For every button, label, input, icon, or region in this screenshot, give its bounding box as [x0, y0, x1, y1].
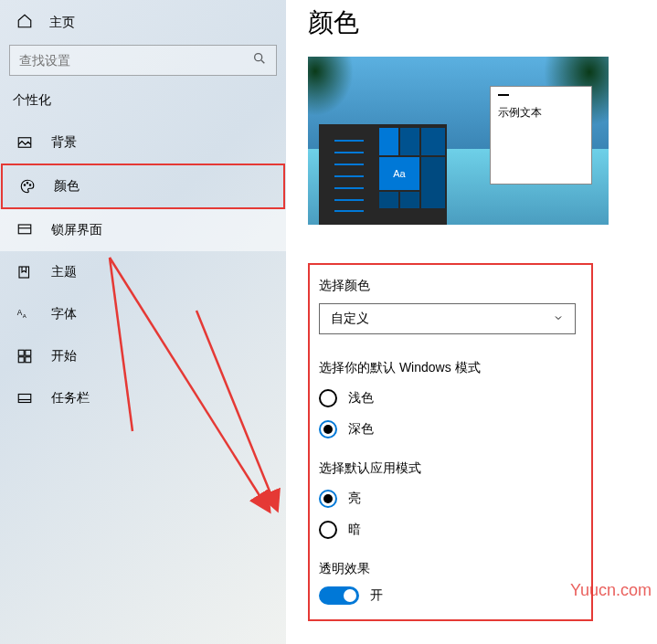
svg-line-1	[261, 60, 264, 63]
svg-rect-15	[18, 395, 31, 403]
chevron-down-icon	[553, 311, 564, 326]
page-title: 颜色	[308, 0, 657, 57]
start-icon	[16, 348, 33, 364]
radio-icon	[319, 420, 337, 438]
app-mode-label: 选择默认应用模式	[319, 460, 582, 477]
sidebar-item-taskbar[interactable]: 任务栏	[0, 377, 286, 419]
svg-rect-13	[18, 357, 24, 363]
transparency-toggle[interactable]	[319, 586, 359, 605]
sidebar-item-label: 开始	[51, 348, 77, 364]
sidebar-item-label: 颜色	[54, 178, 79, 195]
sidebar: 主页 个性化 背景 颜色 锁屏界面 主题 AA	[0, 0, 286, 644]
tile-label: Aa	[379, 157, 419, 190]
windows-mode-label: 选择你的默认 Windows 模式	[319, 360, 582, 376]
svg-point-5	[29, 185, 31, 186]
home-label: 主页	[49, 15, 75, 31]
color-mode-dropdown[interactable]: 自定义	[319, 303, 576, 334]
sidebar-item-label: 主题	[51, 264, 77, 280]
radio-label: 浅色	[348, 390, 374, 406]
sidebar-item-label: 任务栏	[51, 390, 90, 406]
home-icon	[16, 13, 33, 32]
sidebar-item-start[interactable]: 开始	[0, 335, 286, 377]
svg-point-0	[255, 54, 262, 61]
home-link[interactable]: 主页	[0, 0, 286, 45]
svg-rect-11	[18, 350, 24, 355]
dropdown-value: 自定义	[331, 311, 369, 327]
lockscreen-icon	[16, 222, 33, 238]
watermark: Yuucn.com	[570, 581, 652, 600]
app-mode-dark[interactable]: 暗	[319, 521, 582, 539]
sidebar-item-label: 锁屏界面	[51, 222, 102, 238]
sidebar-item-background[interactable]: 背景	[0, 121, 286, 164]
svg-rect-14	[26, 357, 31, 363]
svg-rect-6	[18, 225, 31, 234]
section-label: 个性化	[0, 92, 286, 121]
sidebar-item-colors[interactable]: 颜色	[1, 164, 285, 209]
radio-label: 暗	[348, 522, 361, 538]
svg-text:A: A	[23, 313, 26, 319]
radio-label: 亮	[348, 491, 361, 507]
search-field[interactable]	[19, 53, 252, 68]
sidebar-item-lockscreen[interactable]: 锁屏界面	[0, 209, 286, 251]
select-color-label: 选择颜色	[319, 278, 582, 294]
fonts-icon: AA	[16, 306, 33, 322]
search-input[interactable]	[9, 45, 277, 76]
app-mode-group: 选择默认应用模式 亮 暗	[319, 460, 582, 539]
svg-rect-8	[19, 267, 29, 278]
search-icon	[252, 51, 267, 69]
picture-icon	[16, 134, 33, 151]
svg-text:A: A	[17, 309, 23, 317]
transparency-label: 透明效果	[319, 561, 582, 577]
main-content: 颜色 Aa 示例文本 选择颜色 自定义 选择你的默认 Windows 模式	[308, 0, 657, 621]
transparency-toggle-row: 开	[319, 586, 582, 605]
sidebar-item-fonts[interactable]: AA 字体	[0, 293, 286, 335]
svg-point-3	[24, 185, 26, 186]
radio-icon	[319, 521, 337, 539]
svg-rect-12	[26, 350, 31, 355]
windows-mode-light[interactable]: 浅色	[319, 389, 582, 407]
app-mode-light[interactable]: 亮	[319, 490, 582, 508]
windows-mode-dark[interactable]: 深色	[319, 420, 582, 438]
taskbar-icon	[16, 390, 33, 406]
sidebar-item-label: 字体	[51, 306, 77, 322]
radio-icon	[319, 389, 337, 407]
settings-panel: 选择颜色 自定义 选择你的默认 Windows 模式 浅色 深色 选择默认应用模…	[308, 263, 593, 621]
theme-preview: Aa 示例文本	[308, 57, 609, 225]
themes-icon	[16, 264, 33, 280]
radio-icon	[319, 490, 337, 508]
palette-icon	[19, 178, 36, 195]
toggle-state: 开	[370, 587, 383, 604]
windows-mode-group: 选择你的默认 Windows 模式 浅色 深色	[319, 360, 582, 438]
radio-label: 深色	[348, 421, 374, 438]
sidebar-item-themes[interactable]: 主题	[0, 251, 286, 293]
preview-window-text: 示例文本	[498, 105, 584, 121]
sidebar-item-label: 背景	[51, 134, 77, 151]
svg-point-4	[26, 183, 28, 185]
